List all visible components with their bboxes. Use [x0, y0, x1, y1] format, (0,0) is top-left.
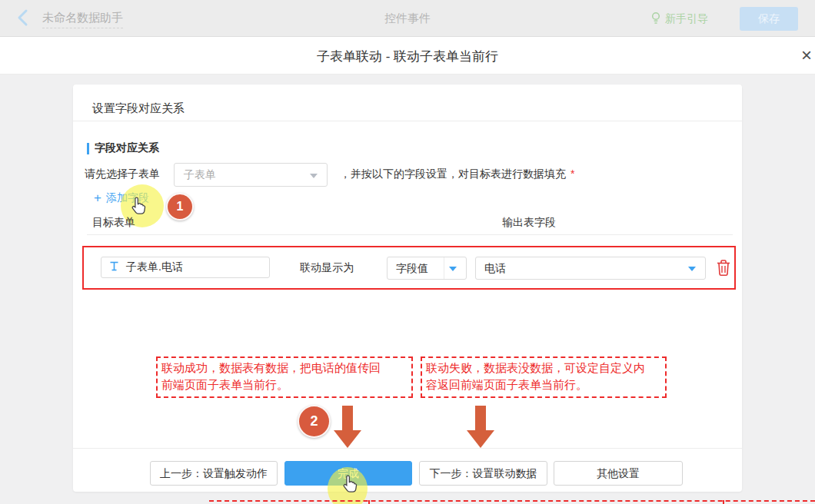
step-badge-1: 1 [166, 193, 194, 220]
fill-instruction-text: ，并按以下的字段设置，对目标表进行数据填充* [340, 167, 574, 181]
chevron-down-icon [449, 267, 457, 271]
page-title: 控件事件 [384, 12, 431, 26]
arrow-down-icon [467, 406, 494, 448]
hand-cursor-icon [340, 475, 360, 498]
app-title[interactable]: 未命名数据助手 [42, 11, 123, 28]
column-header-output: 输出表字段 [502, 216, 556, 230]
chevron-down-icon [688, 267, 696, 271]
section-accent-bar [87, 143, 89, 154]
annotation-tick [723, 500, 724, 504]
card-header: 设置字段对应关系 [92, 101, 185, 116]
value-type-select-value: 字段值 [396, 262, 428, 276]
settings-card: 设置字段对应关系 字段对应关系 请先选择子表单 子表单 ，并按以下的字段设置，对… [73, 85, 742, 492]
section-title: 字段对应关系 [95, 141, 159, 155]
select-arrow-zone [444, 257, 466, 279]
output-field-select[interactable]: 电话 [475, 257, 706, 280]
output-field-select-value: 电话 [484, 262, 506, 276]
subform-select-label: 请先选择子表单 [85, 167, 160, 181]
screen: 未命名数据助手 控件事件 新手引导 保存 子表单联动 - 联动子表单当前行 × … [0, 0, 815, 504]
prev-step-button[interactable]: 上一步：设置触发动作 [150, 461, 278, 486]
subform-select-value: 子表单 [184, 168, 216, 182]
annotation-tick [368, 500, 370, 504]
divider [73, 121, 742, 121]
chevron-down-icon [310, 174, 318, 178]
arrow-down-icon [334, 406, 361, 448]
modal-title: 子表单联动 - 联动子表单当前行 [0, 48, 815, 65]
text-field-icon [109, 260, 119, 274]
column-header-target: 目标表单 [92, 216, 135, 230]
target-field-value: 子表单.电话 [126, 260, 183, 274]
value-type-select[interactable]: 字段值 [387, 257, 467, 280]
beginner-guide-label: 新手引导 [665, 12, 708, 26]
chevron-left-icon [14, 7, 34, 28]
linkage-display-label: 联动显示为 [300, 261, 354, 275]
next-step-button[interactable]: 下一步：设置联动数据 [419, 461, 547, 486]
top-toolbar: 未命名数据助手 控件事件 新手引导 保存 [0, 0, 815, 37]
plus-icon: + [94, 193, 101, 204]
divider [73, 448, 742, 449]
trash-icon [716, 266, 731, 279]
save-button[interactable]: 保存 [740, 7, 798, 31]
delete-row-button[interactable] [716, 259, 733, 277]
required-asterisk: * [570, 167, 574, 180]
note-linkage-fail: 联动失败，数据表没数据，可设定自定义内 容返回前端页面子表单当前行。 [421, 356, 667, 398]
lightbulb-icon [650, 12, 661, 27]
divider [87, 234, 733, 235]
note-linkage-success: 联动成功，数据表有数据，把电话的值传回 前端页面子表单当前行。 [156, 356, 413, 398]
subform-select[interactable]: 子表单 [174, 163, 328, 187]
close-icon[interactable]: × [795, 43, 815, 68]
other-settings-button[interactable]: 其他设置 [554, 461, 683, 486]
step-badge-2: 2 [298, 405, 331, 438]
target-field-input[interactable]: 子表单.电话 [101, 257, 270, 278]
back-button[interactable] [14, 7, 34, 28]
modal-titlebar: 子表单联动 - 联动子表单当前行 × [0, 37, 815, 75]
beginner-guide-button[interactable]: 新手引导 [650, 12, 708, 27]
